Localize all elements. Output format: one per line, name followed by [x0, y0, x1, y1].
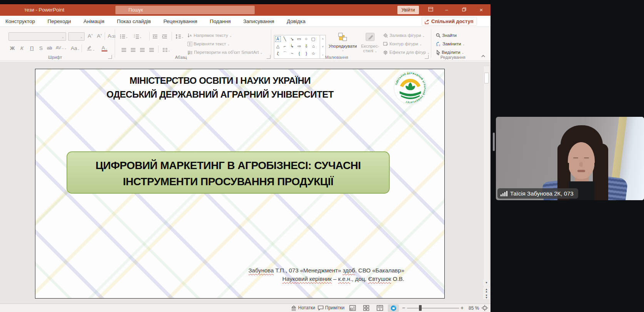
bold-button: Ж	[10, 45, 15, 51]
shape-right-arrow[interactable]: ⇨	[296, 43, 303, 50]
slide-canvas[interactable]: МІНІСТЕРСТВО ОСВІТИ І НАУКИ УКРАЇНИ ОДЕС…	[35, 69, 445, 299]
shape-rounded-rectangle[interactable]: ▢	[310, 35, 317, 43]
share-button[interactable]: Спільний доступ	[422, 17, 477, 26]
group-label-editing: Редагування	[440, 55, 465, 60]
shape-oval[interactable]: ○	[303, 35, 310, 43]
slideshow-view-button[interactable]	[388, 304, 399, 312]
search-input[interactable]	[115, 6, 255, 14]
participant-name-tag: Таїсія Забунова 2К, 073	[497, 188, 578, 199]
notes-button[interactable]: Нотатки	[291, 305, 315, 310]
arrange-icon	[338, 32, 348, 42]
tab-design[interactable]: Конструктор	[0, 16, 40, 27]
share-label: Спільний доступ	[431, 18, 474, 24]
highlight-color-button: ⌄	[86, 45, 95, 52]
participant-video-tile[interactable]: Таїсія Забунова 2К, 073	[496, 117, 644, 200]
zoom-slider-handle[interactable]	[419, 305, 422, 311]
shape-effects-button: Ефекти для фігур ⌄	[383, 50, 430, 55]
zoom-level-label[interactable]: 85 %	[469, 305, 479, 311]
replace-button[interactable]: bc Замінити ⌄	[436, 41, 465, 46]
find-button[interactable]: Знайти	[436, 33, 457, 38]
shape-left-brace[interactable]: {	[296, 50, 303, 57]
slide-authors-textbox[interactable]: Забунова Т.П., 073 «Менеджмент» здоб. СВ…	[151, 266, 404, 283]
next-slide-button[interactable]: ▼▼	[483, 294, 490, 299]
restore-button[interactable]	[460, 6, 468, 14]
strikethrough-button: ab	[47, 45, 52, 51]
powerpoint-window: тези - PowerPoint Увійти – × Конструктор…	[0, 4, 491, 312]
window-title: тези - PowerPoint	[24, 7, 64, 13]
vertical-scrollbar[interactable]	[483, 66, 490, 300]
scrollbar-thumb[interactable]	[484, 73, 489, 83]
zoom-slider-track[interactable]	[407, 308, 459, 309]
slide-header-textbox[interactable]: МІНІСТЕРСТВО ОСВІТИ І НАУКИ УКРАЇНИ ОДЕС…	[51, 74, 389, 101]
arrange-button[interactable]: Упорядкувати ⌄	[328, 32, 358, 52]
italic-button: К	[20, 45, 23, 51]
slide-workspace: МІНІСТЕРСТВО ОСВІТИ І НАУКИ УКРАЇНИ ОДЕС…	[0, 61, 491, 304]
comments-button[interactable]: Примітки	[318, 305, 344, 310]
tab-transitions[interactable]: Переходи	[42, 16, 76, 27]
previous-slide-button[interactable]: ▲▲	[483, 287, 490, 293]
tab-animations[interactable]: Анімація	[78, 16, 110, 27]
shape-elbow[interactable]: ⌐	[282, 43, 289, 50]
title-bar: тези - PowerPoint Увійти – ×	[0, 4, 491, 16]
header-line1: МІНІСТЕРСТВО ОСВІТИ І НАУКИ УКРАЇНИ	[51, 74, 389, 88]
slide-sorter-view-button[interactable]	[363, 305, 369, 312]
increase-indent-button	[162, 33, 167, 40]
scroll-down-button[interactable]: ▼	[483, 280, 490, 285]
participant-name: Таїсія Забунова 2К, 073	[510, 190, 574, 197]
normal-view-button[interactable]	[349, 305, 356, 312]
shape-line[interactable]: ╲	[281, 35, 289, 43]
highlighter-icon	[86, 45, 92, 51]
slide-sorter-icon	[363, 305, 369, 311]
tab-help[interactable]: Довідка	[281, 16, 311, 27]
university-logo[interactable]: ОДЕСЬКИЙ ДЕРЖАВНИЙ АГРАРНИЙ УНІВЕРСИТЕТ	[394, 71, 427, 105]
sign-in-button[interactable]: Увійти	[397, 6, 419, 14]
restore-icon	[462, 7, 466, 12]
numbering-button: ⌄	[134, 33, 142, 40]
title-line2: ІНСТРУМЕНТИ ПРОСУВАННЯ ПРОДУКЦІЇ	[67, 174, 389, 190]
shape-curve[interactable]: ~	[289, 50, 296, 57]
align-right-button	[140, 46, 145, 53]
shape-fill-button: Заливка фігури ⌄	[383, 33, 425, 38]
line-spacing-button: ⌄	[175, 33, 184, 40]
align-center-button	[130, 46, 136, 53]
shape-corner[interactable]: ⌂	[310, 43, 317, 50]
shape-rectangle[interactable]: ▭	[295, 35, 303, 43]
tab-slideshow[interactable]: Показ слайдів	[112, 16, 156, 27]
shadow-button: S	[39, 45, 43, 51]
share-icon	[424, 20, 429, 24]
shape-triangle[interactable]: △	[274, 43, 282, 50]
collapse-ribbon-button[interactable]	[481, 52, 486, 59]
select-button[interactable]: Виділити ⌄	[436, 50, 464, 55]
shape-elbow-arrow[interactable]: ↳	[289, 43, 296, 50]
group-label-font: Шрифт	[48, 55, 62, 60]
notes-icon	[291, 305, 297, 310]
ribbon-display-options-button[interactable]	[426, 6, 435, 14]
tab-recording[interactable]: Записування	[238, 16, 280, 27]
bullets-button: ⌄	[120, 33, 128, 40]
close-button[interactable]: ×	[477, 6, 486, 14]
zoom-out-button[interactable]: −	[402, 305, 405, 311]
shape-arrow[interactable]: ↘	[289, 35, 296, 43]
shrink-font-button: A˅	[97, 33, 102, 39]
shape-scribble[interactable]: ζ	[274, 50, 282, 57]
paragraph-dialog-launcher	[267, 55, 270, 59]
author-line1: Забунова Т.П., 073 «Менеджмент» здоб. СВ…	[151, 266, 404, 275]
shapes-gallery[interactable]: A ╲ ↘ ▭ ○ ▢ △ ⌐ ↳ ⇨ ⇩ ⌂ ζ ⌒ ~ { } ☆	[274, 35, 320, 59]
ribbon-tab-row: Конструктор Переходи Анімація Показ слай…	[0, 16, 491, 27]
shape-down-arrow[interactable]: ⇩	[303, 43, 310, 50]
zoom-in-button[interactable]: +	[460, 305, 464, 311]
reading-view-button[interactable]	[377, 305, 383, 312]
fit-to-window-button[interactable]	[482, 305, 488, 312]
shape-star[interactable]: ☆	[310, 50, 317, 57]
slide-title-box[interactable]: ЦИФРОВИЙ МАРКЕТИНГ В АГРОБІЗНЕСІ: СУЧАСН…	[67, 151, 390, 194]
shape-right-brace[interactable]: }	[303, 50, 310, 57]
comments-icon	[318, 305, 324, 310]
font-name-combo: ⌄	[8, 32, 66, 41]
tab-view[interactable]: Подання	[204, 16, 236, 27]
header-line2: ОДЕСЬКИЙ ДЕРЖАВНИЙ АГРАРНИЙ УНІВЕРСИТЕТ	[51, 88, 389, 101]
panel-scrollbar-thumb[interactable]	[493, 133, 495, 151]
shape-textbox[interactable]: A	[275, 36, 281, 42]
shape-arc[interactable]: ⌒	[282, 50, 289, 57]
tab-review[interactable]: Рецензування	[158, 16, 203, 27]
minimize-button[interactable]: –	[442, 6, 451, 14]
